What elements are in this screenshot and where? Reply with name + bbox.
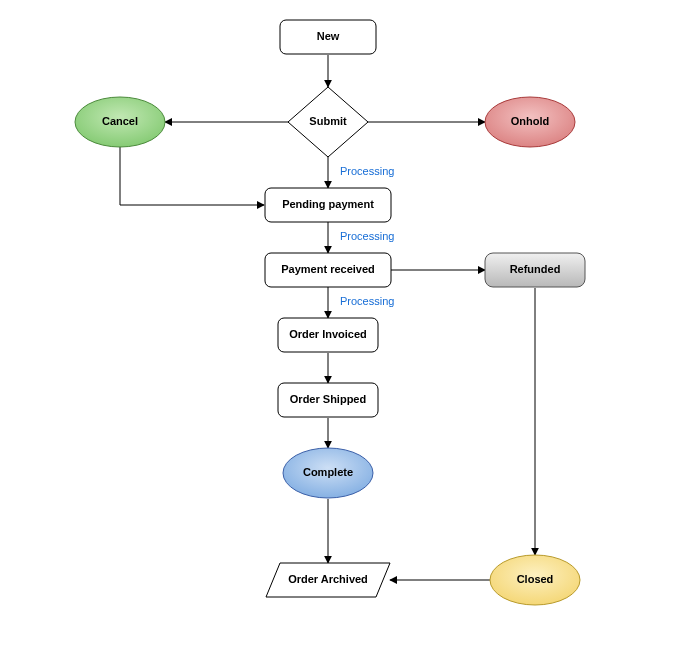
edge-label-processing-3: Processing	[340, 295, 394, 307]
node-order-archived: Order Archived	[266, 563, 390, 597]
node-refunded: Refunded	[485, 253, 585, 287]
edge-label-processing-1: Processing	[340, 165, 394, 177]
node-complete: Complete	[283, 448, 373, 498]
node-payment-received: Payment received	[265, 253, 391, 287]
node-submit: Submit	[288, 87, 368, 157]
node-order-invoiced: Order Invoiced	[278, 318, 378, 352]
label-complete: Complete	[303, 466, 353, 478]
label-cancel: Cancel	[102, 115, 138, 127]
node-cancel: Cancel	[75, 97, 165, 147]
flowchart-diagram: Processing Processing Processing New Sub…	[0, 0, 677, 654]
node-order-shipped: Order Shipped	[278, 383, 378, 417]
label-new: New	[317, 30, 340, 42]
label-closed: Closed	[517, 573, 554, 585]
node-pending-payment: Pending payment	[265, 188, 391, 222]
node-onhold: Onhold	[485, 97, 575, 147]
edge-cancel-pending	[120, 147, 264, 205]
node-new: New	[280, 20, 376, 54]
label-order-archived: Order Archived	[288, 573, 368, 585]
edge-label-processing-2: Processing	[340, 230, 394, 242]
label-payment-received: Payment received	[281, 263, 375, 275]
label-onhold: Onhold	[511, 115, 550, 127]
label-refunded: Refunded	[510, 263, 561, 275]
label-pending-payment: Pending payment	[282, 198, 374, 210]
node-closed: Closed	[490, 555, 580, 605]
label-submit: Submit	[309, 115, 347, 127]
label-order-shipped: Order Shipped	[290, 393, 366, 405]
label-order-invoiced: Order Invoiced	[289, 328, 367, 340]
